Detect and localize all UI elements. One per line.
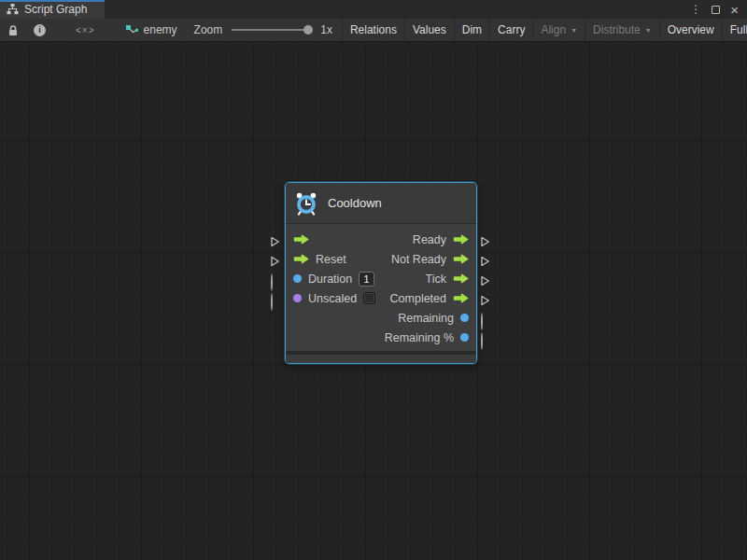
external-value-port[interactable] — [271, 293, 273, 311]
node-port-row: UnscaledCompleted — [293, 288, 469, 308]
tab-script-graph[interactable]: Script Graph — [0, 0, 105, 19]
port-label: Remaining — [398, 312, 454, 325]
window-controls: ⋮ × — [682, 0, 747, 19]
value-port-icon[interactable] — [460, 314, 469, 322]
flow-port-icon[interactable] — [453, 254, 469, 264]
duration-input[interactable]: 1 — [359, 272, 374, 287]
toolbar-button-values[interactable]: Values — [404, 19, 454, 41]
flow-port-icon[interactable] — [293, 234, 309, 245]
port-label: Unscaled — [308, 292, 357, 305]
toolbar-button-full-screen[interactable]: Full Screen — [722, 19, 747, 41]
lock-button[interactable] — [0, 19, 26, 41]
graph-edge-icon — [125, 24, 138, 36]
maximize-icon[interactable] — [712, 6, 720, 14]
close-icon[interactable]: × — [730, 3, 739, 17]
toolbar-button-dim[interactable]: Dim — [454, 19, 489, 41]
toolbar-button-label: Overview — [668, 23, 714, 36]
tab-bar: Script Graph ⋮ × — [0, 0, 747, 19]
external-flow-port[interactable] — [270, 256, 280, 267]
node-port-row: Remaining % — [293, 328, 469, 347]
unscaled-checkbox[interactable] — [363, 292, 375, 304]
toolbar-button-label: Relations — [350, 23, 397, 36]
zoom-control: Zoom 1x — [185, 19, 342, 41]
port-label: Ready — [413, 233, 446, 246]
external-flow-port[interactable] — [270, 236, 280, 247]
graph-toolbar: i <×> enemy Zoom 1x RelationsValuesDimCa… — [0, 19, 747, 42]
value-port-icon[interactable] — [460, 333, 469, 342]
info-icon: i — [34, 24, 46, 36]
external-value-port[interactable] — [271, 273, 273, 291]
input-port[interactable]: Unscaled — [293, 292, 375, 305]
value-port-icon[interactable] — [293, 274, 302, 283]
output-port[interactable]: Tick — [426, 273, 469, 286]
external-flow-port[interactable] — [480, 295, 490, 306]
node-header[interactable]: Cooldown — [286, 183, 476, 224]
tab-title: Script Graph — [24, 3, 87, 16]
lock-icon — [7, 24, 19, 36]
port-label: Completed — [390, 292, 446, 305]
toolbar-button-label: Full Screen — [730, 23, 747, 36]
output-port[interactable]: Remaining % — [385, 331, 469, 344]
toolbar-button-label: Distribute — [593, 23, 641, 36]
zoom-slider-knob[interactable] — [303, 25, 313, 35]
toolbar-button-relations[interactable]: Relations — [342, 19, 404, 41]
toolbar-button-overview[interactable]: Overview — [659, 19, 722, 41]
graph-canvas[interactable]: Cooldown ReadyResetNot ReadyDuration1Tic… — [0, 42, 747, 560]
script-graph-window: Script Graph ⋮ × i <×> — [0, 0, 747, 560]
flow-port-icon[interactable] — [453, 273, 469, 284]
toolbar-button-label: Carry — [498, 23, 525, 36]
info-button[interactable]: i — [26, 19, 53, 41]
output-port[interactable]: Not Ready — [391, 253, 469, 266]
input-port[interactable] — [293, 234, 309, 245]
port-label: Tick — [426, 273, 446, 286]
value-port-icon[interactable] — [293, 294, 302, 302]
cooldown-node[interactable]: Cooldown ReadyResetNot ReadyDuration1Tic… — [285, 182, 477, 364]
breadcrumb-label: enemy — [144, 23, 177, 36]
external-flow-port[interactable] — [480, 236, 490, 247]
flow-port-icon[interactable] — [293, 254, 309, 264]
menu-icon[interactable]: ⋮ — [690, 4, 701, 15]
alarm-clock-icon — [294, 191, 318, 216]
port-label: Reset — [316, 253, 346, 266]
flow-port-icon[interactable] — [453, 234, 469, 245]
node-port-row: Duration1Tick — [293, 269, 469, 288]
input-port[interactable]: Duration1 — [293, 272, 374, 287]
node-port-row: Ready — [293, 230, 469, 249]
output-port[interactable]: Remaining — [398, 312, 469, 325]
toolbar-button-carry[interactable]: Carry — [489, 19, 532, 41]
port-label: Remaining % — [385, 331, 454, 344]
active-tab-accent — [0, 0, 105, 2]
external-value-port[interactable] — [481, 313, 483, 330]
output-port[interactable]: Completed — [390, 292, 469, 305]
node-port-row: ResetNot Ready — [293, 249, 469, 269]
node-body: ReadyResetNot ReadyDuration1TickUnscaled… — [286, 224, 476, 351]
flow-port-icon[interactable] — [453, 293, 469, 303]
breadcrumb[interactable]: enemy — [118, 19, 185, 41]
external-flow-port[interactable] — [480, 256, 490, 267]
toolbar-button-label: Dim — [462, 23, 482, 36]
chevron-down-icon: ▼ — [645, 27, 652, 34]
toolbar-button-distribute[interactable]: Distribute▼ — [585, 19, 659, 41]
external-value-port[interactable] — [481, 332, 483, 350]
port-label: Not Ready — [391, 253, 446, 266]
empty-selection-button[interactable]: <×> — [53, 19, 118, 41]
zoom-label: Zoom — [194, 23, 223, 36]
toolbar-button-label: Values — [413, 23, 446, 36]
toolbar-buttons: RelationsValuesDimCarryAlign▼Distribute▼… — [342, 19, 747, 41]
zoom-value: 1x — [320, 23, 332, 36]
node-footer — [286, 355, 476, 363]
chevron-down-icon: ▼ — [571, 27, 577, 34]
script-graph-icon — [7, 4, 19, 15]
node-port-row: Remaining — [293, 308, 469, 328]
toolbar-button-align[interactable]: Align▼ — [532, 19, 585, 41]
toolbar-button-label: Align — [541, 23, 566, 36]
zoom-slider[interactable] — [232, 29, 311, 31]
external-flow-port[interactable] — [480, 275, 490, 287]
input-port[interactable]: Reset — [293, 253, 346, 266]
angle-x-icon: <×> — [76, 25, 95, 35]
port-label: Duration — [308, 273, 352, 286]
node-title: Cooldown — [328, 196, 382, 210]
output-port[interactable]: Ready — [413, 233, 469, 246]
